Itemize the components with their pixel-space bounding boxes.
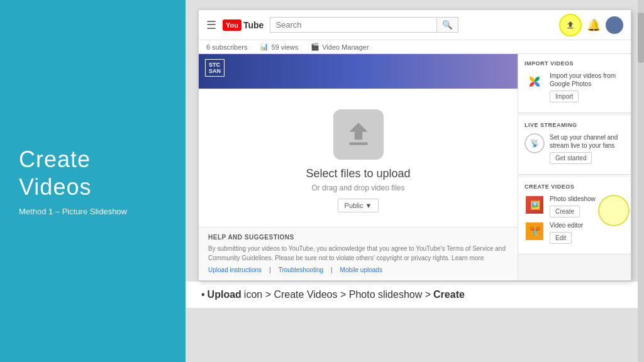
stc-badge: STCSAN (205, 59, 225, 77)
youtube-logo-text: Tube (243, 20, 264, 30)
video-manager-icon: 🎬 (311, 43, 319, 51)
photo-slideshow-icon-container: 🖼️ (525, 195, 545, 215)
photo-slideshow-info: Photo slideshow Create (550, 195, 596, 217)
upload-label-bold: Upload (208, 289, 242, 300)
help-title: HELP AND SUGGESTIONS (208, 234, 508, 241)
import-videos-title: IMPORT VIDEOS (525, 60, 625, 67)
photo-slideshow-label: Photo slideshow (550, 195, 596, 203)
video-editor-label: Video editor (550, 221, 583, 229)
google-photos-icon-container (525, 72, 545, 92)
photo-slideshow-icon: 🖼️ (526, 196, 543, 214)
upload-instructions-link[interactable]: Upload instructions (208, 266, 262, 273)
live-icon-container: 📡 (525, 133, 545, 153)
search-input[interactable] (270, 17, 436, 33)
live-streaming-icon: 📡 (525, 133, 545, 153)
get-started-button[interactable]: Get started (550, 152, 592, 164)
live-streaming-info: Set up your channel and stream live to y… (550, 133, 625, 164)
page-title: Create Videos (19, 146, 167, 200)
video-manager-link[interactable]: 🎬 Video Manager (311, 43, 369, 51)
upload-arrow-icon (333, 109, 384, 160)
import-videos-row: Import your videos from Google Photos Im… (525, 72, 625, 102)
notifications-icon[interactable]: 🔔 (587, 18, 601, 32)
upload-section: STCSAN Select files to upload Or drag an… (199, 54, 518, 280)
right-sidebar: IMPORT VIDEOS Import yo (518, 54, 631, 280)
import-videos-section: IMPORT VIDEOS Import yo (518, 54, 631, 113)
scrollbar-thumb[interactable] (638, 13, 644, 63)
help-section: HELP AND SUGGESTIONS By submitting your … (199, 227, 518, 280)
video-editor-icon-container: ✂️ (525, 221, 545, 241)
upload-arrow-svg (343, 119, 374, 150)
import-videos-info: Import your videos from Google Photos Im… (550, 72, 625, 102)
upload-drop-zone[interactable]: Select files to upload Or drag and drop … (199, 89, 518, 227)
upload-title: Select files to upload (306, 167, 410, 180)
page-subtitle: Method 1 – Picture Slideshow (19, 207, 167, 216)
user-avatar[interactable] (606, 16, 623, 34)
upload-icon-button[interactable] (559, 14, 582, 36)
video-editor-row: ✂️ Video editor Edit (525, 221, 625, 244)
photo-slideshow-row: 🖼️ Photo slideshow Create (525, 195, 625, 217)
bullet-point: • (201, 289, 205, 300)
troubleshooting-link[interactable]: Troubleshooting (279, 266, 323, 273)
privacy-dropdown[interactable]: Public ▼ (338, 199, 379, 212)
create-label-bold: Create (433, 289, 465, 300)
youtube-logo-box: You (223, 19, 242, 31)
hamburger-icon[interactable]: ☰ (206, 18, 216, 32)
video-editor-info: Video editor Edit (550, 221, 583, 244)
youtube-subheader: 6 subscribers 📊 59 views 🎬 Video Manager (199, 40, 631, 54)
chart-icon: 📊 (260, 43, 269, 51)
live-streaming-row: 📡 Set up your channel and stream live to… (525, 133, 625, 164)
create-slideshow-button[interactable]: Create (550, 206, 580, 217)
live-streaming-text: Set up your channel and stream live to y… (550, 133, 625, 150)
left-panel: Create Videos Method 1 – Picture Slidesh… (0, 0, 186, 362)
header-icons: 🔔 (559, 14, 623, 36)
bottom-instruction-bar: • Upload icon > Create Videos > Photo sl… (186, 281, 644, 308)
search-button[interactable]: 🔍 (436, 17, 458, 33)
scrollbar-track[interactable] (638, 0, 644, 362)
google-photos-icon (526, 73, 543, 90)
browser-screenshot: ☰ You Tube 🔍 🔔 6 subscribers (198, 9, 631, 281)
import-button[interactable]: Import (550, 90, 579, 102)
subscribers-count: 6 subscribers (206, 43, 247, 51)
search-bar: 🔍 (270, 17, 458, 33)
right-area: ☰ You Tube 🔍 🔔 6 subscribers (186, 0, 644, 362)
create-videos-title: CREATE VIDEOS (525, 184, 625, 190)
help-links: Upload instructions | Troubleshooting | … (208, 266, 508, 273)
create-videos-section: CREATE VIDEOS 🖼️ Photo slideshow Create (518, 177, 631, 255)
instruction-text: icon > Create Videos > Photo slideshow > (244, 289, 431, 300)
edit-video-button[interactable]: Edit (550, 232, 572, 244)
help-text: By submitting your videos to YouTube, yo… (208, 244, 508, 263)
youtube-logo: You Tube (223, 19, 264, 31)
import-videos-text: Import your videos from Google Photos (550, 72, 625, 88)
live-streaming-title: LIVE STREAMING (525, 122, 625, 128)
youtube-header: ☰ You Tube 🔍 🔔 (199, 10, 631, 40)
upload-subtitle: Or drag and drop video files (311, 184, 404, 192)
video-editor-icon: ✂️ (526, 222, 543, 240)
mobile-uploads-link[interactable]: Mobile uploads (340, 266, 382, 273)
city-banner: STCSAN (199, 54, 518, 89)
views-count: 📊 59 views (260, 43, 298, 51)
live-streaming-section: LIVE STREAMING 📡 Set up your channel and… (518, 116, 631, 175)
main-content-row: STCSAN Select files to upload Or drag an… (199, 54, 631, 280)
